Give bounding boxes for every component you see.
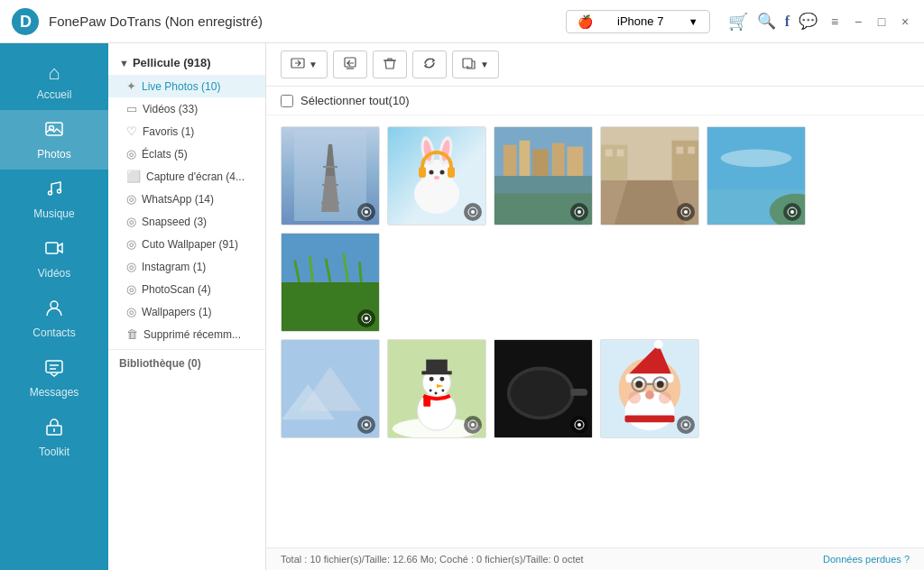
bibliotheque-label: Bibliothèque (0) [119, 357, 201, 370]
sidebar-label-musique: Musique [33, 207, 74, 220]
maximize-button[interactable]: □ [873, 14, 890, 30]
tree-item-videos[interactable]: ▭ Vidéos (33) [108, 97, 265, 120]
app-logo: D [11, 7, 40, 36]
svg-rect-34 [419, 167, 426, 178]
menu-icon[interactable]: ≡ [827, 14, 843, 30]
svg-rect-42 [532, 150, 549, 176]
photo-row-1 [281, 126, 910, 332]
photo-thumb-3[interactable] [494, 126, 593, 225]
svg-point-89 [435, 391, 438, 394]
svg-point-86 [439, 377, 444, 382]
cuto-icon: ◎ [126, 237, 136, 251]
svg-point-88 [430, 389, 432, 391]
svg-point-85 [430, 377, 434, 382]
tree-item-snapseed[interactable]: ◎ Snapseed (3) [108, 210, 265, 233]
tree-item-cuto[interactable]: ◎ Cuto Wallpaper (91) [108, 233, 265, 255]
tree-item-favoris[interactable]: ♡ Favoris (1) [108, 120, 265, 142]
snapseed-icon: ◎ [126, 215, 136, 228]
photo-thumb-8[interactable] [387, 339, 486, 438]
tree-section-pellicule[interactable]: ▼ Pellicule (918) [108, 51, 265, 75]
svg-rect-65 [282, 234, 379, 282]
favoris-label: Favoris (1) [143, 125, 194, 138]
svg-point-116 [684, 423, 688, 427]
svg-point-33 [434, 176, 439, 179]
tree-item-wallpapers[interactable]: ◎ Wallpapers (1) [108, 300, 265, 323]
tree-item-instagram[interactable]: ◎ Instagram (1) [108, 255, 265, 278]
svg-point-112 [628, 391, 641, 404]
main-layout: ⌂ Accueil Photos Musique [0, 43, 924, 570]
sidebar-item-toolkit[interactable]: Toolkit [0, 408, 108, 467]
chat-icon[interactable]: 💬 [799, 12, 818, 31]
add-button[interactable]: ▼ [452, 51, 499, 78]
svg-point-113 [659, 391, 671, 404]
contacts-icon [44, 298, 64, 323]
photo-thumb-6[interactable] [281, 233, 380, 332]
cuto-label: Cuto Wallpaper (91) [142, 238, 238, 251]
photo-thumb-7[interactable] [281, 339, 380, 438]
photo-thumb-9[interactable] [494, 339, 593, 438]
photoscan-label: PhotoScan (4) [142, 283, 211, 296]
facebook-icon[interactable]: f [785, 14, 790, 30]
music-icon [44, 179, 64, 204]
live-badge-6 [357, 309, 375, 327]
tree-item-supprime[interactable]: 🗑 Supprimé récemm... [108, 323, 265, 345]
tree-item-capture[interactable]: ⬜ Capture d'écran (4... [108, 165, 265, 188]
tree-item-whatsapp[interactable]: ◎ WhatsApp (14) [108, 188, 265, 210]
sidebar-label-accueil: Accueil [37, 88, 72, 101]
svg-point-58 [684, 210, 688, 214]
lost-data-link[interactable]: Données perdues ? [823, 554, 910, 565]
sidebar-item-messages[interactable]: Messages [0, 348, 108, 408]
svg-rect-40 [504, 145, 517, 176]
close-button[interactable]: × [897, 14, 913, 30]
photo-thumb-4[interactable] [600, 126, 699, 225]
sidebar-item-contacts[interactable]: Contacts [0, 289, 108, 348]
svg-point-111 [645, 391, 654, 400]
sidebar-label-photos: Photos [37, 148, 70, 161]
toolkit-icon [44, 417, 64, 442]
tree-item-photoscan[interactable]: ◎ PhotoScan (4) [108, 278, 265, 300]
live-badge-10 [677, 416, 695, 434]
search-icon[interactable]: 🔍 [757, 12, 776, 31]
favoris-icon: ♡ [126, 124, 137, 138]
import-button[interactable] [333, 51, 367, 78]
sidebar-item-musique[interactable]: Musique [0, 170, 108, 229]
tree-item-eclats[interactable]: ◎ Éclats (5) [108, 142, 265, 165]
whatsapp-icon: ◎ [126, 192, 136, 206]
import-icon [343, 56, 357, 73]
svg-point-60 [721, 150, 792, 168]
cart-icon[interactable]: 🛒 [728, 12, 748, 32]
svg-point-93 [471, 423, 475, 427]
photo-thumb-2[interactable] [387, 126, 486, 225]
export-button[interactable]: ▼ [281, 51, 328, 78]
add-icon [462, 56, 476, 73]
delete-button[interactable] [373, 51, 407, 78]
statusbar: Total : 10 fichier(s)/Taille: 12.66 Mo; … [266, 547, 924, 570]
sidebar-label-toolkit: Toolkit [39, 446, 69, 458]
chevron-down-icon: ▼ [688, 16, 698, 27]
live-photos-label: Live Photos (10) [142, 80, 220, 93]
bibliotheque-header[interactable]: Bibliothèque (0) [108, 349, 265, 373]
photo-thumb-10[interactable] [600, 339, 699, 438]
live-badge-1 [357, 203, 375, 221]
whatsapp-label: WhatsApp (14) [142, 193, 214, 206]
svg-point-47 [578, 210, 581, 214]
device-selector[interactable]: 🍎 iPhone 7 ▼ [566, 10, 710, 33]
photo-thumb-1[interactable] [281, 126, 380, 225]
svg-rect-43 [552, 143, 565, 176]
svg-rect-114 [625, 415, 675, 422]
tree-item-live-photos[interactable]: ✦ Live Photos (10) [108, 75, 265, 97]
sync-button[interactable] [412, 51, 447, 78]
sidebar-item-accueil[interactable]: ⌂ Accueil [0, 52, 108, 110]
apple-icon: 🍎 [578, 14, 593, 29]
eclats-label: Éclats (5) [142, 148, 188, 161]
arrow-down-icon: ▼ [119, 58, 129, 69]
export-arrow-icon: ▼ [309, 60, 318, 69]
live-badge-4 [677, 203, 695, 221]
select-all-checkbox[interactable] [281, 95, 293, 107]
photo-thumb-5[interactable] [707, 126, 806, 225]
sidebar-item-photos[interactable]: Photos [0, 110, 108, 170]
wallpapers-label: Wallpapers (1) [142, 306, 212, 318]
minimize-button[interactable]: − [850, 14, 866, 30]
sidebar-item-videos[interactable]: Vidéos [0, 229, 108, 289]
svg-rect-56 [688, 147, 695, 154]
